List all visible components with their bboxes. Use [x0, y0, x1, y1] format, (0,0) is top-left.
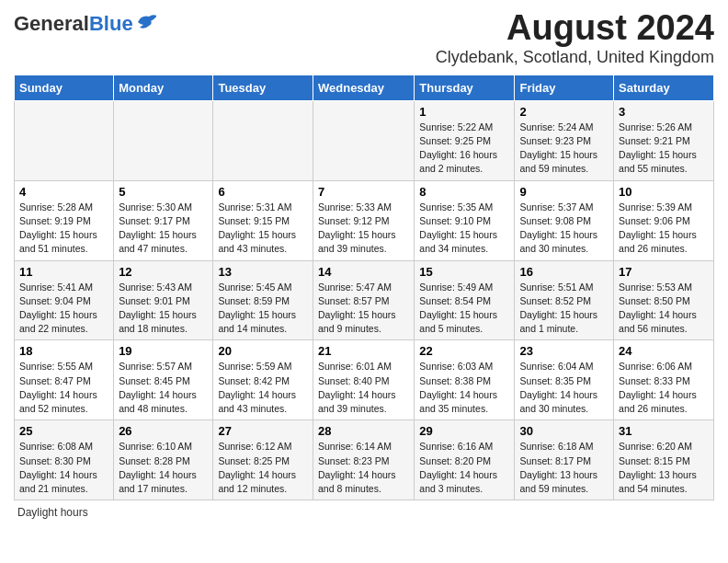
day-info: Sunrise: 6:08 AMSunset: 8:30 PMDaylight:… — [19, 440, 108, 496]
day-number: 27 — [218, 424, 308, 438]
day-info: Sunrise: 6:04 AMSunset: 8:35 PMDaylight:… — [519, 360, 609, 416]
calendar-day-header: Tuesday — [213, 75, 313, 100]
calendar-cell — [213, 100, 313, 180]
calendar-cell: 22Sunrise: 6:03 AMSunset: 8:38 PMDayligh… — [415, 340, 515, 420]
page-title: August 2024 — [436, 9, 714, 48]
day-info: Sunrise: 6:20 AMSunset: 8:15 PMDaylight:… — [619, 440, 709, 496]
calendar-cell: 31Sunrise: 6:20 AMSunset: 8:15 PMDayligh… — [614, 420, 714, 500]
day-info: Sunrise: 6:16 AMSunset: 8:20 PMDaylight:… — [419, 440, 509, 496]
calendar-cell: 24Sunrise: 6:06 AMSunset: 8:33 PMDayligh… — [614, 340, 714, 420]
day-info: Sunrise: 5:37 AMSunset: 9:08 PMDaylight:… — [519, 201, 609, 257]
calendar-week-row: 25Sunrise: 6:08 AMSunset: 8:30 PMDayligh… — [15, 420, 714, 500]
day-info: Sunrise: 5:53 AMSunset: 8:50 PMDaylight:… — [619, 281, 709, 337]
day-number: 12 — [119, 265, 208, 279]
day-info: Sunrise: 5:28 AMSunset: 9:19 PMDaylight:… — [19, 201, 108, 257]
day-number: 19 — [119, 344, 208, 358]
day-number: 31 — [619, 424, 709, 438]
day-info: Sunrise: 6:12 AMSunset: 8:25 PMDaylight:… — [218, 440, 308, 496]
calendar-cell: 13Sunrise: 5:45 AMSunset: 8:59 PMDayligh… — [213, 260, 313, 340]
page-subtitle: Clydebank, Scotland, United Kingdom — [436, 48, 714, 67]
day-number: 10 — [619, 185, 709, 199]
day-info: Sunrise: 5:39 AMSunset: 9:06 PMDaylight:… — [619, 201, 709, 257]
day-info: Sunrise: 5:47 AMSunset: 8:57 PMDaylight:… — [318, 281, 409, 337]
day-number: 26 — [119, 424, 208, 438]
calendar-footer: Daylight hours — [14, 506, 714, 519]
day-number: 17 — [619, 265, 709, 279]
day-info: Sunrise: 6:18 AMSunset: 8:17 PMDaylight:… — [519, 440, 609, 496]
day-number: 7 — [318, 185, 409, 199]
day-info: Sunrise: 5:59 AMSunset: 8:42 PMDaylight:… — [218, 360, 308, 416]
day-number: 9 — [519, 185, 609, 199]
calendar-cell: 23Sunrise: 6:04 AMSunset: 8:35 PMDayligh… — [515, 340, 614, 420]
calendar-cell: 9Sunrise: 5:37 AMSunset: 9:08 PMDaylight… — [515, 180, 614, 260]
day-number: 23 — [519, 344, 609, 358]
calendar-cell: 19Sunrise: 5:57 AMSunset: 8:45 PMDayligh… — [114, 340, 213, 420]
calendar-cell: 28Sunrise: 6:14 AMSunset: 8:23 PMDayligh… — [313, 420, 414, 500]
calendar-table: SundayMondayTuesdayWednesdayThursdayFrid… — [14, 75, 714, 500]
calendar-cell: 26Sunrise: 6:10 AMSunset: 8:28 PMDayligh… — [114, 420, 213, 500]
day-info: Sunrise: 5:55 AMSunset: 8:47 PMDaylight:… — [19, 360, 108, 416]
day-number: 11 — [19, 265, 108, 279]
calendar-cell: 2Sunrise: 5:24 AMSunset: 9:23 PMDaylight… — [515, 100, 614, 180]
day-info: Sunrise: 5:22 AMSunset: 9:25 PMDaylight:… — [419, 121, 509, 177]
calendar-cell: 29Sunrise: 6:16 AMSunset: 8:20 PMDayligh… — [415, 420, 515, 500]
day-info: Sunrise: 6:03 AMSunset: 8:38 PMDaylight:… — [419, 360, 509, 416]
calendar-cell: 6Sunrise: 5:31 AMSunset: 9:15 PMDaylight… — [213, 180, 313, 260]
logo-text: GeneralBlue — [14, 13, 133, 35]
day-info: Sunrise: 6:14 AMSunset: 8:23 PMDaylight:… — [318, 440, 409, 496]
calendar-cell: 27Sunrise: 6:12 AMSunset: 8:25 PMDayligh… — [213, 420, 313, 500]
calendar-cell: 7Sunrise: 5:33 AMSunset: 9:12 PMDaylight… — [313, 180, 414, 260]
day-info: Sunrise: 5:26 AMSunset: 9:21 PMDaylight:… — [619, 121, 709, 177]
day-number: 1 — [419, 105, 509, 119]
calendar-cell: 14Sunrise: 5:47 AMSunset: 8:57 PMDayligh… — [313, 260, 414, 340]
calendar-cell: 1Sunrise: 5:22 AMSunset: 9:25 PMDaylight… — [415, 100, 515, 180]
day-number: 5 — [119, 185, 208, 199]
day-number: 21 — [318, 344, 409, 358]
day-number: 29 — [419, 424, 509, 438]
calendar-cell: 30Sunrise: 6:18 AMSunset: 8:17 PMDayligh… — [515, 420, 614, 500]
day-info: Sunrise: 6:06 AMSunset: 8:33 PMDaylight:… — [619, 360, 709, 416]
day-number: 13 — [218, 265, 308, 279]
day-number: 8 — [419, 185, 509, 199]
calendar-cell — [313, 100, 414, 180]
day-info: Sunrise: 5:43 AMSunset: 9:01 PMDaylight:… — [119, 281, 208, 337]
page-header: GeneralBlue August 2024 Clydebank, Scotl… — [14, 9, 714, 67]
calendar-day-header: Friday — [515, 75, 614, 100]
calendar-week-row: 11Sunrise: 5:41 AMSunset: 9:04 PMDayligh… — [15, 260, 714, 340]
day-number: 4 — [19, 185, 108, 199]
title-block: August 2024 Clydebank, Scotland, United … — [436, 9, 714, 67]
day-info: Sunrise: 5:49 AMSunset: 8:54 PMDaylight:… — [419, 281, 509, 337]
calendar-cell: 12Sunrise: 5:43 AMSunset: 9:01 PMDayligh… — [114, 260, 213, 340]
day-number: 6 — [218, 185, 308, 199]
day-info: Sunrise: 5:31 AMSunset: 9:15 PMDaylight:… — [218, 201, 308, 257]
day-info: Sunrise: 5:30 AMSunset: 9:17 PMDaylight:… — [119, 201, 208, 257]
day-number: 18 — [19, 344, 108, 358]
calendar-header-row: SundayMondayTuesdayWednesdayThursdayFrid… — [15, 75, 714, 100]
calendar-cell: 21Sunrise: 6:01 AMSunset: 8:40 PMDayligh… — [313, 340, 414, 420]
day-number: 30 — [519, 424, 609, 438]
day-number: 16 — [519, 265, 609, 279]
day-info: Sunrise: 6:10 AMSunset: 8:28 PMDaylight:… — [119, 440, 208, 496]
day-number: 25 — [19, 424, 108, 438]
day-info: Sunrise: 5:35 AMSunset: 9:10 PMDaylight:… — [419, 201, 509, 257]
calendar-cell — [15, 100, 114, 180]
calendar-cell: 5Sunrise: 5:30 AMSunset: 9:17 PMDaylight… — [114, 180, 213, 260]
calendar-day-header: Saturday — [614, 75, 714, 100]
day-number: 14 — [318, 265, 409, 279]
day-number: 15 — [419, 265, 509, 279]
day-number: 24 — [619, 344, 709, 358]
calendar-cell: 15Sunrise: 5:49 AMSunset: 8:54 PMDayligh… — [415, 260, 515, 340]
calendar-cell: 4Sunrise: 5:28 AMSunset: 9:19 PMDaylight… — [15, 180, 114, 260]
day-number: 3 — [619, 105, 709, 119]
day-number: 28 — [318, 424, 409, 438]
day-info: Sunrise: 5:24 AMSunset: 9:23 PMDaylight:… — [519, 121, 609, 177]
day-info: Sunrise: 5:33 AMSunset: 9:12 PMDaylight:… — [318, 201, 409, 257]
calendar-cell: 11Sunrise: 5:41 AMSunset: 9:04 PMDayligh… — [15, 260, 114, 340]
calendar-week-row: 4Sunrise: 5:28 AMSunset: 9:19 PMDaylight… — [15, 180, 714, 260]
calendar-week-row: 18Sunrise: 5:55 AMSunset: 8:47 PMDayligh… — [15, 340, 714, 420]
calendar-cell: 25Sunrise: 6:08 AMSunset: 8:30 PMDayligh… — [15, 420, 114, 500]
day-info: Sunrise: 5:41 AMSunset: 9:04 PMDaylight:… — [19, 281, 108, 337]
calendar-week-row: 1Sunrise: 5:22 AMSunset: 9:25 PMDaylight… — [15, 100, 714, 180]
calendar-day-header: Sunday — [15, 75, 114, 100]
logo-bird-icon — [136, 13, 156, 31]
